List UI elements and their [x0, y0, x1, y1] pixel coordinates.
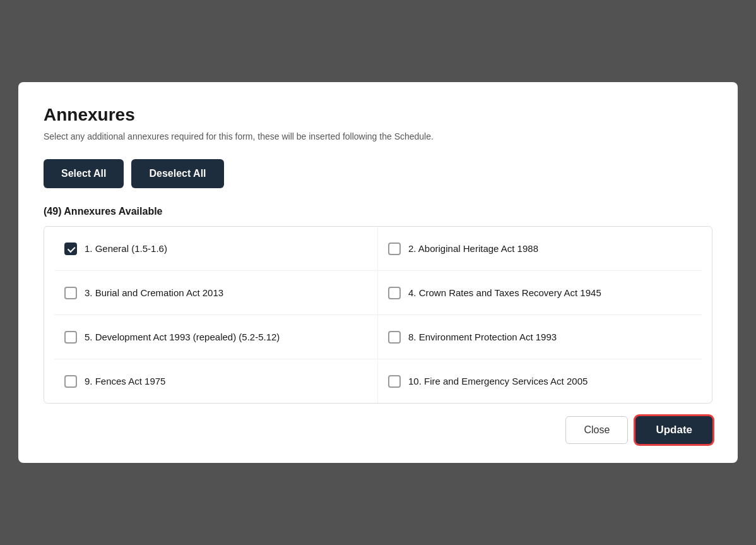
annexure-checkbox-8[interactable]: [388, 331, 401, 344]
modal-subtitle: Select any additional annexures required…: [44, 131, 712, 141]
annexure-item-3[interactable]: 3. Burial and Cremation Act 2013: [54, 271, 378, 314]
deselect-all-button[interactable]: Deselect All: [131, 159, 223, 188]
close-button[interactable]: Close: [565, 416, 628, 444]
annexure-item-2[interactable]: 2. Aboriginal Heritage Act 1988: [378, 227, 702, 270]
annexure-checkbox-5[interactable]: [64, 331, 77, 344]
annexure-row: 3. Burial and Cremation Act 20134. Crown…: [54, 271, 702, 315]
annexure-checkbox-2[interactable]: [388, 243, 401, 255]
annexure-checkbox-3[interactable]: [64, 287, 77, 299]
annexure-label-9: 9. Fences Act 1975: [85, 374, 165, 388]
annexure-label-8: 8. Environment Protection Act 1993: [408, 330, 557, 344]
select-all-button[interactable]: Select All: [44, 159, 124, 188]
annexure-label-3: 3. Burial and Cremation Act 2013: [85, 286, 223, 299]
update-button[interactable]: Update: [635, 416, 712, 444]
annexure-label-10: 10. Fire and Emergency Services Act 2005: [408, 374, 588, 388]
annexure-row: 5. Development Act 1993 (repealed) (5.2-…: [54, 315, 702, 359]
annexure-label-5: 5. Development Act 1993 (repealed) (5.2-…: [85, 330, 280, 344]
modal-footer: Close Update: [44, 404, 712, 444]
annexures-count: (49) Annexures Available: [44, 206, 712, 217]
annexure-checkbox-4[interactable]: [388, 287, 401, 299]
annexure-item-5[interactable]: 5. Development Act 1993 (repealed) (5.2-…: [54, 315, 378, 359]
annexure-label-1: 1. General (1.5-1.6): [85, 242, 167, 255]
annexures-list: 1. General (1.5-1.6)2. Aboriginal Herita…: [44, 227, 712, 403]
annexure-item-10[interactable]: 10. Fire and Emergency Services Act 2005: [378, 359, 702, 403]
annexures-modal: Annexures Select any additional annexure…: [18, 82, 738, 463]
annexure-item-9[interactable]: 9. Fences Act 1975: [54, 359, 378, 403]
annexure-label-4: 4. Crown Rates and Taxes Recovery Act 19…: [408, 286, 601, 299]
annexure-item-1[interactable]: 1. General (1.5-1.6): [54, 227, 378, 270]
annexure-row: 1. General (1.5-1.6)2. Aboriginal Herita…: [54, 227, 702, 271]
action-buttons: Select All Deselect All: [44, 159, 712, 188]
annexure-checkbox-9[interactable]: [64, 375, 77, 388]
annexure-checkbox-10[interactable]: [388, 375, 401, 388]
annexure-item-8[interactable]: 8. Environment Protection Act 1993: [378, 315, 702, 359]
annexure-row: 9. Fences Act 197510. Fire and Emergency…: [54, 359, 702, 403]
annexures-list-container[interactable]: 1. General (1.5-1.6)2. Aboriginal Herita…: [44, 226, 712, 404]
modal-title: Annexures: [44, 105, 712, 125]
annexure-item-4[interactable]: 4. Crown Rates and Taxes Recovery Act 19…: [378, 271, 702, 314]
annexure-label-2: 2. Aboriginal Heritage Act 1988: [408, 242, 538, 255]
annexure-checkbox-1[interactable]: [64, 243, 77, 255]
